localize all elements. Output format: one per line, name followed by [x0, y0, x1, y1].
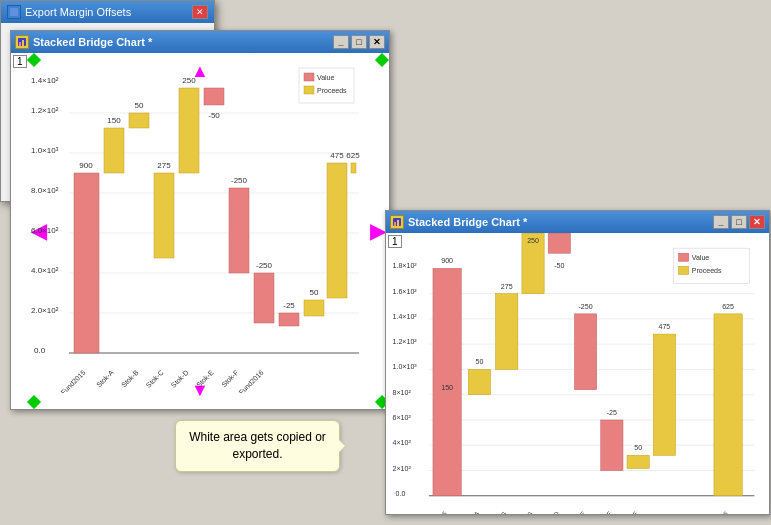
svg-rect-93 — [601, 420, 623, 471]
svg-text:Proceeds: Proceeds — [317, 87, 347, 94]
svg-rect-113 — [679, 266, 689, 274]
svg-text:1.8×10²: 1.8×10² — [393, 262, 418, 269]
svg-text:4×10²: 4×10² — [393, 439, 412, 446]
svg-text:Fund2015: Fund2015 — [424, 510, 448, 514]
svg-rect-37 — [304, 300, 324, 316]
svg-rect-39 — [327, 163, 347, 298]
svg-rect-89 — [548, 233, 570, 253]
svg-text:4.0×10²: 4.0×10² — [31, 266, 59, 275]
svg-text:Proceeds: Proceeds — [692, 267, 722, 274]
dialog-title: Export Margin Offsets — [25, 6, 131, 18]
svg-rect-85 — [496, 294, 518, 370]
svg-text:-250: -250 — [579, 303, 593, 310]
minimize-btn-front[interactable]: _ — [713, 215, 729, 229]
svg-rect-56 — [10, 8, 18, 16]
svg-text:-50: -50 — [208, 111, 220, 120]
svg-text:1.0×10³: 1.0×10³ — [31, 146, 59, 155]
chart-window-back[interactable]: Stacked Bridge Chart * _ □ ✕ 1 ◀ ▶ ▲ ▼ 0… — [10, 30, 390, 410]
svg-text:Stok-D: Stok-D — [170, 369, 190, 389]
maximize-btn-back[interactable]: □ — [351, 35, 367, 49]
svg-text:Fund2016: Fund2016 — [237, 369, 264, 393]
svg-text:-250: -250 — [256, 261, 273, 270]
dialog-close-btn[interactable]: ✕ — [192, 5, 208, 19]
svg-text:50: 50 — [310, 288, 319, 297]
svg-rect-91 — [574, 314, 596, 390]
svg-text:2.0×10²: 2.0×10² — [31, 306, 59, 315]
svg-text:Stok-F: Stok-F — [220, 369, 240, 389]
svg-text:8.0×10²: 8.0×10² — [31, 186, 59, 195]
svg-text:1.0×10³: 1.0×10³ — [393, 363, 418, 370]
svg-text:Stok-F: Stok-F — [622, 510, 639, 514]
svg-rect-35 — [279, 313, 299, 326]
svg-text:50: 50 — [476, 358, 484, 365]
close-btn-front[interactable]: ✕ — [749, 215, 765, 229]
svg-text:475: 475 — [659, 323, 671, 330]
svg-text:-250: -250 — [231, 176, 248, 185]
close-btn-back[interactable]: ✕ — [369, 35, 385, 49]
svg-text:-25: -25 — [607, 409, 617, 416]
svg-text:0.0: 0.0 — [34, 346, 46, 355]
svg-text:Value: Value — [692, 254, 710, 261]
svg-text:Stok-G: Stok-G — [516, 510, 534, 514]
svg-text:900: 900 — [441, 257, 453, 264]
svg-rect-80 — [433, 268, 461, 495]
svg-text:Stok-A: Stok-A — [95, 369, 115, 389]
chart-window-front[interactable]: Stacked Bridge Chart * _ □ ✕ 1 0.0 2×10²… — [385, 210, 770, 515]
svg-rect-27 — [179, 88, 199, 173]
svg-text:Stok-F: Stok-F — [596, 510, 613, 514]
svg-text:900: 900 — [79, 161, 93, 170]
svg-rect-1 — [19, 42, 21, 46]
svg-rect-29 — [204, 88, 224, 105]
chart-svg-back: 0.0 2.0×10² 4.0×10² 6.0×10² 8.0×10² 1.0×… — [29, 53, 379, 393]
svg-text:Stok-G: Stok-G — [490, 510, 508, 514]
svg-rect-52 — [304, 73, 314, 81]
svg-text:Fund2015: Fund2015 — [59, 369, 86, 393]
svg-rect-21 — [104, 128, 124, 173]
svg-rect-31 — [229, 188, 249, 273]
svg-rect-83 — [468, 369, 490, 394]
svg-text:6.0×10²: 6.0×10² — [31, 226, 59, 235]
svg-text:6×10²: 6×10² — [393, 414, 412, 421]
svg-rect-99 — [714, 314, 742, 496]
svg-text:Stok-C: Stok-C — [145, 369, 165, 389]
svg-text:8×10²: 8×10² — [393, 389, 412, 396]
svg-text:250: 250 — [182, 76, 196, 85]
svg-text:50: 50 — [634, 444, 642, 451]
svg-rect-25 — [154, 173, 174, 258]
svg-text:150: 150 — [441, 384, 453, 391]
svg-text:2×10²: 2×10² — [393, 465, 412, 472]
svg-text:1.4×10²: 1.4×10² — [393, 313, 418, 320]
svg-text:-25: -25 — [283, 301, 295, 310]
svg-text:1.2×10²: 1.2×10² — [31, 106, 59, 115]
svg-text:275: 275 — [501, 283, 513, 290]
svg-text:Stok-B: Stok-B — [120, 369, 140, 389]
chart-badge-front: 1 — [388, 235, 402, 248]
chart-controls-front[interactable]: _ □ ✕ — [713, 215, 765, 229]
minimize-btn-back[interactable]: _ — [333, 35, 349, 49]
chart-icon-front — [390, 215, 404, 229]
svg-rect-111 — [679, 253, 689, 261]
svg-text:250: 250 — [527, 237, 539, 244]
maximize-btn-front[interactable]: □ — [731, 215, 747, 229]
chart-titlebar-back: Stacked Bridge Chart * _ □ ✕ — [11, 31, 389, 53]
svg-text:Fund2016: Fund2016 — [705, 510, 729, 514]
svg-rect-41 — [351, 163, 356, 173]
svg-rect-97 — [653, 334, 675, 455]
svg-text:Stok-A: Stok-A — [463, 510, 481, 514]
svg-text:1.2×10²: 1.2×10² — [393, 338, 418, 345]
green-diamond-bl — [27, 395, 41, 409]
tooltip-bubble: White area gets copied or exported. — [175, 420, 340, 472]
svg-text:1.6×10²: 1.6×10² — [393, 288, 418, 295]
svg-text:-50: -50 — [554, 262, 564, 269]
chart-controls-back[interactable]: _ □ ✕ — [333, 35, 385, 49]
svg-rect-59 — [397, 220, 399, 226]
svg-rect-19 — [74, 173, 99, 353]
svg-text:275: 275 — [157, 161, 171, 170]
svg-text:50: 50 — [135, 101, 144, 110]
svg-text:Stok-E: Stok-E — [569, 510, 586, 514]
svg-text:625: 625 — [722, 303, 734, 310]
svg-text:150: 150 — [107, 116, 121, 125]
svg-text:0.0: 0.0 — [396, 490, 406, 497]
svg-text:Value: Value — [317, 74, 334, 81]
svg-text:1.4×10²: 1.4×10² — [31, 76, 59, 85]
